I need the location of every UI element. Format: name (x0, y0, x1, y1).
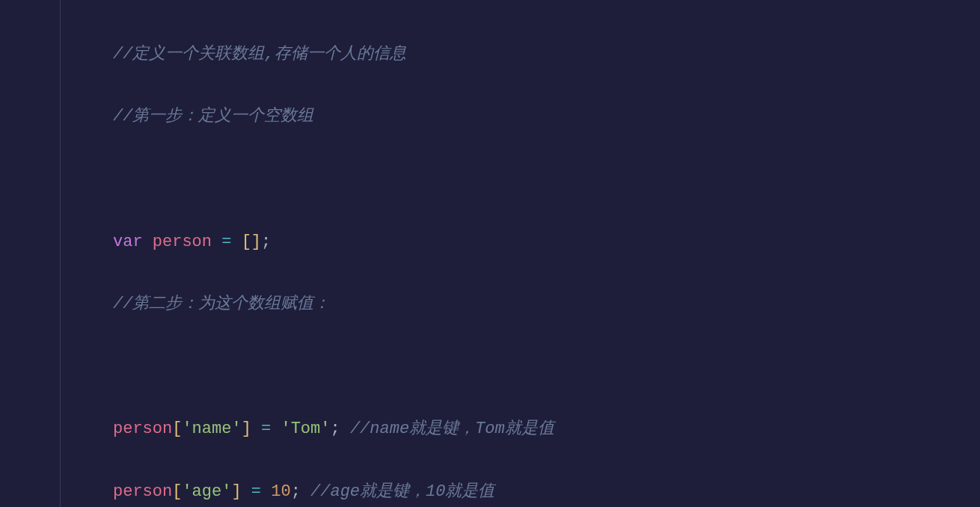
code-line: //第二步：为这个数组赋值： (113, 289, 653, 320)
code-line: //定义一个关联数组,存储一个人的信息 (113, 39, 653, 70)
comment: //第一步：定义一个空数组 (113, 107, 313, 126)
code-line (113, 351, 653, 383)
code-line: var person = []; (113, 227, 653, 258)
code-editor: //定义一个关联数组,存储一个人的信息 //第一步：定义一个空数组 var pe… (0, 0, 980, 507)
code-line: person['age'] = 10; //age就是键，10就是值 (113, 476, 653, 507)
comment: //第二步：为这个数组赋值： (113, 295, 330, 313)
identifier-person: person (153, 233, 212, 251)
code-line (113, 164, 653, 195)
gutter (0, 0, 61, 507)
code-line: //第一步：定义一个空数组 (113, 101, 653, 132)
code-line: person['name'] = 'Tom'; //name就是键，Tom就是值 (113, 414, 653, 445)
code-content[interactable]: //定义一个关联数组,存储一个人的信息 //第一步：定义一个空数组 var pe… (61, 0, 653, 507)
keyword-var: var (113, 233, 143, 251)
comment: //定义一个关联数组,存储一个人的信息 (113, 45, 406, 64)
